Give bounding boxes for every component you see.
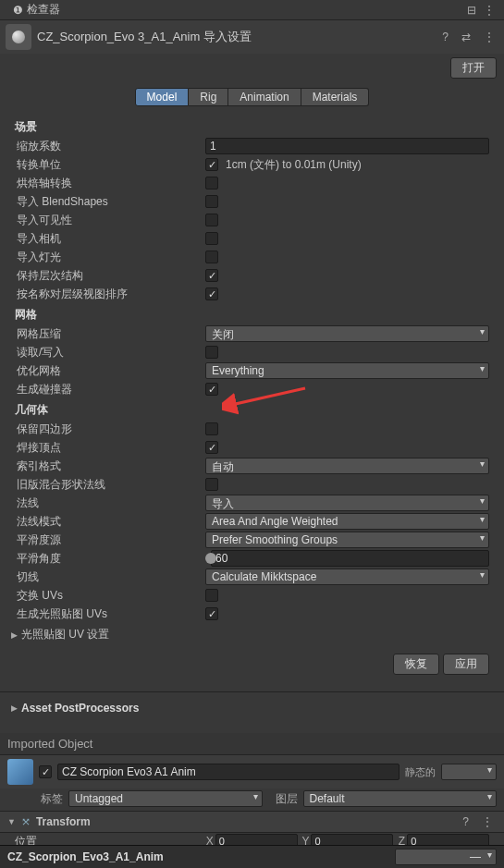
- help-icon[interactable]: ?: [459, 815, 473, 828]
- keep-quads-checkbox[interactable]: [205, 422, 218, 435]
- weld-vertices-label: 焊接顶点: [15, 440, 205, 456]
- tag-label: 标签: [41, 791, 63, 807]
- postprocessors-label: Asset PostProcessors: [21, 702, 139, 715]
- tag-dropdown[interactable]: Untagged: [68, 790, 263, 807]
- import-cameras-checkbox[interactable]: [205, 232, 218, 245]
- layer-label: 图层: [276, 791, 298, 807]
- inspector-tab[interactable]: ❶ 检查器: [6, 0, 68, 19]
- sort-by-name-label: 按名称对层级视图排序: [15, 287, 205, 302]
- generate-lightmap-uvs-label: 生成光照贴图 UVs: [15, 606, 205, 622]
- sort-by-name-checkbox[interactable]: [205, 287, 218, 300]
- scale-factor-label: 缩放系数: [15, 139, 205, 154]
- preserve-hierarchy-label: 保持层次结构: [15, 268, 205, 284]
- preserve-hierarchy-checkbox[interactable]: [205, 269, 218, 282]
- preview-asset-name: CZ_Scorpion_Evo3_A1_Anim: [7, 850, 164, 863]
- tab-model[interactable]: Model: [135, 88, 190, 106]
- legacy-blend-checkbox[interactable]: [205, 478, 218, 491]
- asset-header: CZ_Scorpion_Evo 3_A1_Anim 导入设置 ? ⇄ ⋮: [0, 20, 504, 54]
- inspector-titlebar: ❶ 检查器 ⊟ ⋮: [0, 0, 504, 20]
- header-menu-icon[interactable]: ⋮: [480, 31, 498, 43]
- import-cameras-label: 导入相机: [15, 231, 205, 247]
- convert-units-info: 1cm (文件) to 0.01m (Unity): [226, 157, 362, 173]
- convert-units-checkbox[interactable]: [205, 158, 218, 171]
- import-blendshapes-label: 导入 BlendShapes: [15, 194, 205, 210]
- open-button[interactable]: 打开: [450, 57, 497, 79]
- transform-label: Transform: [36, 815, 453, 828]
- gameobject-header: 静态的: [0, 755, 504, 789]
- optimize-mesh-dropdown[interactable]: Everything: [205, 362, 489, 379]
- gameobject-enabled-checkbox[interactable]: [39, 765, 52, 778]
- swap-uvs-checkbox[interactable]: [205, 589, 218, 602]
- tangents-label: 切线: [15, 569, 205, 585]
- normals-mode-dropdown[interactable]: Area And Angle Weighted: [205, 513, 489, 530]
- import-lights-label: 导入灯光: [15, 250, 205, 265]
- preview-dropdown[interactable]: —: [395, 849, 497, 865]
- smoothing-source-label: 平滑度源: [15, 532, 205, 548]
- mesh-compression-label: 网格压缩: [15, 326, 205, 342]
- mesh-section-header: 网格: [15, 303, 489, 324]
- imported-object-header: Imported Object: [0, 733, 504, 755]
- transform-icon: ⤧: [21, 815, 31, 828]
- read-write-checkbox[interactable]: [205, 346, 218, 359]
- normals-mode-label: 法线模式: [15, 514, 205, 530]
- tab-rig[interactable]: Rig: [189, 88, 228, 106]
- static-dropdown[interactable]: [441, 764, 497, 780]
- gameobject-name-input[interactable]: [57, 764, 400, 780]
- bake-axis-label: 烘焙轴转换: [15, 176, 205, 191]
- index-format-dropdown[interactable]: 自动: [205, 458, 489, 474]
- inspector-tab-label: 检查器: [27, 2, 60, 18]
- triangle-right-icon: ▶: [11, 703, 18, 713]
- tab-materials[interactable]: Materials: [301, 88, 370, 106]
- swap-uvs-label: 交换 UVs: [15, 588, 205, 604]
- scale-factor-input[interactable]: [205, 138, 489, 154]
- prefab-icon: [7, 759, 33, 785]
- import-visibility-label: 导入可见性: [15, 213, 205, 228]
- revert-button[interactable]: 恢复: [393, 654, 439, 675]
- context-menu-icon[interactable]: ⋮: [480, 4, 498, 17]
- triangle-down-icon: ▼: [7, 817, 16, 826]
- apply-button[interactable]: 应用: [443, 654, 489, 675]
- help-icon[interactable]: ?: [438, 31, 452, 43]
- tab-animation[interactable]: Animation: [228, 88, 301, 106]
- mesh-compression-dropdown[interactable]: 关闭: [205, 325, 489, 342]
- generate-colliders-label: 生成碰撞器: [15, 382, 205, 397]
- smoothing-angle-label: 平滑角度: [15, 551, 205, 567]
- component-menu-icon[interactable]: ⋮: [478, 815, 497, 828]
- lightmap-foldout-label: 光照贴图 UV 设置: [21, 627, 109, 642]
- scene-section-header: 场景: [15, 116, 489, 137]
- generate-lightmap-uvs-checkbox[interactable]: [205, 607, 218, 620]
- keep-quads-label: 保留四边形: [15, 422, 205, 437]
- lock-icon[interactable]: ⊟: [463, 4, 480, 17]
- asset-name: CZ_Scorpion_Evo 3_A1_Anim 导入设置: [37, 29, 433, 45]
- normals-dropdown[interactable]: 导入: [205, 495, 489, 511]
- asset-type-icon: [6, 24, 31, 50]
- weld-vertices-checkbox[interactable]: [205, 441, 218, 454]
- optimize-mesh-label: 优化网格: [15, 363, 205, 379]
- convert-units-label: 转换单位: [15, 157, 205, 173]
- postprocessors-foldout[interactable]: ▶ Asset PostProcessors: [0, 698, 504, 718]
- generate-colliders-checkbox[interactable]: [205, 383, 218, 396]
- read-write-label: 读取/写入: [15, 345, 205, 361]
- geometry-section-header: 几何体: [15, 398, 489, 420]
- index-format-label: 索引格式: [15, 458, 205, 474]
- legacy-blend-label: 旧版混合形状法线: [15, 477, 205, 493]
- importer-tabs: Model Rig Animation Materials: [0, 88, 504, 106]
- triangle-right-icon: ▶: [11, 630, 18, 640]
- preview-bar: CZ_Scorpion_Evo3_A1_Anim —: [0, 845, 504, 868]
- static-label: 静态的: [405, 765, 436, 779]
- import-blendshapes-checkbox[interactable]: [205, 195, 218, 208]
- preset-icon[interactable]: ⇄: [458, 31, 474, 43]
- import-visibility-checkbox[interactable]: [205, 214, 218, 226]
- inspector-icon: ❶: [13, 4, 23, 17]
- tangents-dropdown[interactable]: Calculate Mikktspace: [205, 568, 489, 585]
- normals-label: 法线: [15, 495, 205, 511]
- layer-dropdown[interactable]: Default: [303, 790, 498, 807]
- transform-component-header[interactable]: ▼ ⤧ Transform ? ⋮: [0, 811, 504, 833]
- bake-axis-checkbox[interactable]: [205, 177, 218, 189]
- smoothing-source-dropdown[interactable]: Prefer Smoothing Groups: [205, 532, 489, 548]
- import-lights-checkbox[interactable]: [205, 251, 218, 263]
- lightmap-uv-foldout[interactable]: ▶ 光照贴图 UV 设置: [0, 623, 504, 646]
- smoothing-angle-input[interactable]: [211, 550, 489, 567]
